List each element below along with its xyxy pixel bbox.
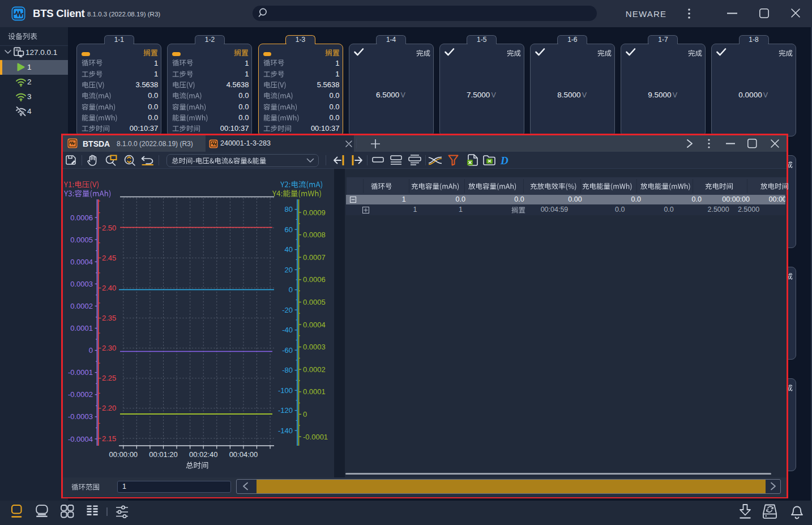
svg-text:-40: -40	[282, 326, 293, 334]
svg-text:0: 0	[303, 410, 307, 419]
svg-text:0.0006: 0.0006	[303, 275, 326, 284]
svg-text:0.0006: 0.0006	[70, 214, 93, 222]
svg-text:0.0007: 0.0007	[303, 253, 326, 262]
svg-text:0.0005: 0.0005	[303, 298, 326, 306]
svg-text:-20: -20	[282, 306, 293, 314]
svg-text:0.0004: 0.0004	[303, 321, 326, 329]
svg-text:0.0003: 0.0003	[70, 280, 93, 288]
svg-text:0: 0	[89, 346, 93, 355]
svg-text:2.20: 2.20	[102, 404, 116, 412]
svg-text:-0.0002: -0.0002	[68, 390, 93, 399]
svg-text:0.0005: 0.0005	[70, 236, 93, 244]
svg-text:-60: -60	[282, 346, 293, 355]
svg-text:0.0004: 0.0004	[70, 258, 93, 266]
svg-text:0.0002: 0.0002	[70, 302, 93, 310]
svg-text:0: 0	[289, 285, 293, 294]
svg-text:-0.0003: -0.0003	[68, 412, 93, 421]
svg-text:20: 20	[285, 266, 293, 274]
svg-text:2.15: 2.15	[102, 434, 116, 443]
svg-text:00:04:00: 00:04:00	[229, 450, 258, 459]
svg-text:-120: -120	[278, 406, 293, 415]
svg-text:2.45: 2.45	[102, 254, 116, 262]
svg-text:00:00:00: 00:00:00	[109, 450, 138, 459]
svg-text:-0.0004: -0.0004	[68, 435, 93, 443]
svg-text:2.30: 2.30	[102, 344, 116, 352]
svg-text:80: 80	[285, 205, 293, 214]
svg-text:-80: -80	[282, 366, 293, 374]
svg-text:0.0002: 0.0002	[303, 365, 326, 374]
svg-text:40: 40	[285, 245, 293, 254]
svg-text:0.0009: 0.0009	[303, 208, 326, 217]
svg-text:-0.0001: -0.0001	[303, 433, 328, 441]
svg-text:2.35: 2.35	[102, 314, 116, 322]
svg-text:2.40: 2.40	[102, 284, 116, 292]
svg-text:0.0001: 0.0001	[70, 324, 93, 332]
svg-text:2.50: 2.50	[102, 224, 116, 232]
svg-text:-0.0001: -0.0001	[68, 368, 93, 377]
svg-text:0.0003: 0.0003	[303, 343, 326, 351]
svg-text:0.0001: 0.0001	[303, 387, 326, 396]
svg-text:00:01:20: 00:01:20	[149, 450, 178, 459]
svg-text:2.25: 2.25	[102, 374, 116, 382]
svg-text:-140: -140	[278, 426, 293, 435]
svg-text:00:02:40: 00:02:40	[189, 450, 218, 459]
svg-text:0.0008: 0.0008	[303, 231, 326, 239]
svg-text:-100: -100	[278, 386, 293, 395]
svg-text:60: 60	[285, 225, 293, 234]
